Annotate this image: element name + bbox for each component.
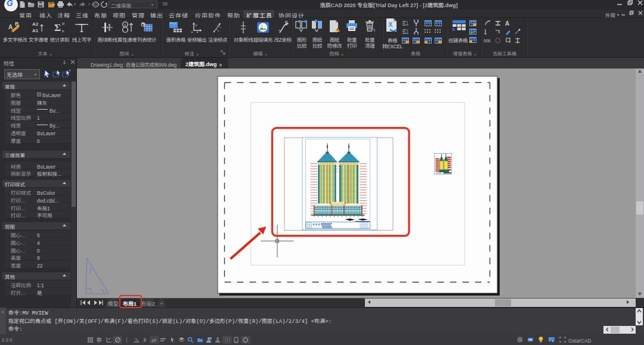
svg-text:R: R bbox=[62, 21, 65, 26]
svg-text:2: 2 bbox=[124, 22, 126, 27]
svg-text:X: X bbox=[452, 27, 456, 32]
svg-text:A1: A1 bbox=[32, 28, 39, 33]
svg-text:A: A bbox=[8, 24, 13, 30]
svg-text:Y: Y bbox=[195, 23, 197, 28]
svg-text:A2: A2 bbox=[32, 21, 39, 27]
svg-text:000: 000 bbox=[484, 38, 491, 43]
svg-text:X: X bbox=[388, 21, 393, 28]
svg-text:b: b bbox=[62, 28, 64, 33]
svg-text:A: A bbox=[505, 20, 509, 27]
svg-text:Σ: Σ bbox=[54, 22, 61, 33]
